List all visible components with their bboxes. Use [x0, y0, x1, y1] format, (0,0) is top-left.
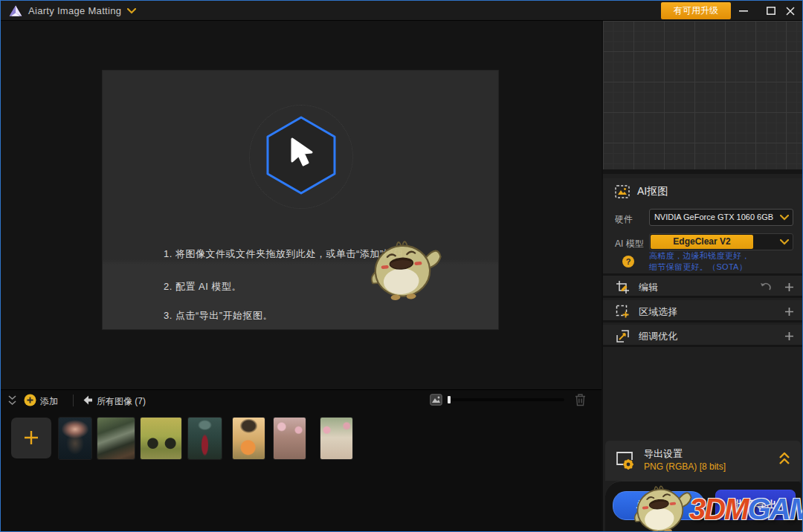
thumbnail-size-slider[interactable] — [448, 398, 564, 401]
maximize-icon — [767, 7, 775, 15]
thumbnail-item[interactable] — [233, 418, 265, 459]
ai-model-select[interactable]: EdgeClear V2 — [649, 233, 793, 250]
ai-model-value: EdgeClear V2 — [651, 235, 753, 249]
single-export-button[interactable]: 单张导出 — [613, 491, 705, 520]
image-list-panel: 添加 所有图像 (7) — [1, 389, 602, 532]
right-panel: AI抠图 硬件 NVIDIA GeForce GTX 1060 6GB AI 模… — [603, 21, 803, 532]
cursor-hexagon-icon — [264, 114, 338, 197]
update-available-button[interactable]: 有可用升级 — [661, 2, 731, 19]
instruction-line-2: 2. 配置 AI 模型。 — [164, 280, 242, 293]
chevron-down-icon — [780, 215, 789, 221]
section-refine-label: 细调优化 — [639, 330, 677, 343]
model-hint-line-1: 高精度，边缘和锐度更好， — [649, 250, 750, 262]
app-logo-icon — [8, 4, 23, 19]
section-refine[interactable]: 细调优化 — [603, 325, 803, 347]
section-region-select-label: 区域选择 — [639, 305, 677, 319]
navigator-grid — [603, 21, 803, 174]
section-edit[interactable]: 编辑 — [603, 276, 803, 298]
section-edit-label: 编辑 — [639, 281, 658, 294]
hardware-select[interactable]: NVIDIA GeForce GTX 1060 6GB — [649, 209, 793, 226]
close-button[interactable] — [778, 1, 802, 21]
collapse-panel-icon[interactable] — [8, 395, 16, 406]
preview-canvas: 1. 将图像文件或文件夹拖放到此处，或单击“添加”按钮。 2. 配置 AI 模型… — [1, 21, 602, 389]
thumbnail-strip — [1, 418, 602, 462]
ai-matting-icon — [615, 185, 630, 198]
refine-icon — [616, 329, 630, 343]
ai-matting-section: AI抠图 硬件 NVIDIA GeForce GTX 1060 6GB AI 模… — [603, 178, 803, 276]
ai-matting-title: AI抠图 — [637, 185, 668, 198]
minimize-button[interactable] — [731, 1, 756, 21]
chevron-double-up-icon[interactable] — [778, 452, 790, 465]
toolbar-divider — [73, 395, 74, 406]
thumbnail-item[interactable] — [320, 418, 352, 459]
thumbnail-item[interactable] — [274, 418, 306, 459]
undo-icon[interactable] — [760, 282, 772, 291]
plus-icon — [23, 429, 39, 446]
expand-plus-icon[interactable] — [784, 307, 794, 317]
region-select-icon — [616, 305, 630, 319]
export-settings-title: 导出设置 — [644, 447, 683, 461]
slider-handle[interactable] — [448, 396, 451, 403]
thumbnail-item[interactable] — [59, 418, 91, 459]
export-format-value: PNG (RGBA) [8 bits] — [644, 461, 726, 472]
image-list-toolbar: 添加 所有图像 (7) — [1, 390, 602, 411]
export-buttons-bar: 单张导出 批量导出 — [605, 481, 801, 532]
ai-model-label: AI 模型 — [615, 238, 644, 250]
chevron-down-icon — [780, 239, 789, 245]
add-images-icon[interactable] — [24, 394, 36, 406]
model-help-icon[interactable]: ? — [622, 256, 634, 267]
thumbnail-item[interactable] — [141, 418, 181, 459]
batch-export-button[interactable]: 批量导出 — [715, 490, 796, 520]
title-menu-chevron-icon[interactable] — [127, 8, 136, 14]
hardware-value: NVIDIA GeForce GTX 1060 6GB — [650, 210, 778, 225]
section-region-select[interactable]: 区域选择 — [603, 300, 803, 322]
export-settings-icon — [614, 450, 635, 470]
app-window: Aiarty Image Matting 有可用升级 1. 将图像文件或文件夹拖… — [0, 0, 803, 532]
edit-crop-icon — [616, 280, 630, 294]
thumbnail-item[interactable] — [97, 418, 135, 459]
thumbnail-size-icon — [430, 394, 442, 406]
mascot-bird-sticker — [361, 230, 447, 304]
hardware-label: 硬件 — [615, 213, 633, 226]
expand-plus-icon[interactable] — [784, 331, 794, 341]
instruction-line-3: 3. 点击“导出”开始抠图。 — [164, 309, 273, 322]
all-images-filter[interactable]: 所有图像 (7) — [97, 395, 146, 408]
add-images-button[interactable]: 添加 — [40, 395, 58, 408]
add-image-tile[interactable] — [11, 418, 51, 458]
minimize-icon — [739, 10, 748, 12]
export-settings-card[interactable]: 导出设置 PNG (RGBA) [8 bits] — [605, 441, 801, 481]
thumbnail-item[interactable] — [188, 418, 222, 459]
title-bar: Aiarty Image Matting 有可用升级 — [1, 1, 802, 21]
back-arrow-icon[interactable] — [83, 395, 93, 405]
delete-image-icon[interactable] — [574, 393, 587, 406]
model-hint-line-2: 细节保留更好。（SOTA） — [649, 262, 747, 273]
close-icon — [786, 7, 795, 16]
app-title: Aiarty Image Matting — [28, 1, 121, 21]
expand-plus-icon[interactable] — [784, 282, 794, 292]
